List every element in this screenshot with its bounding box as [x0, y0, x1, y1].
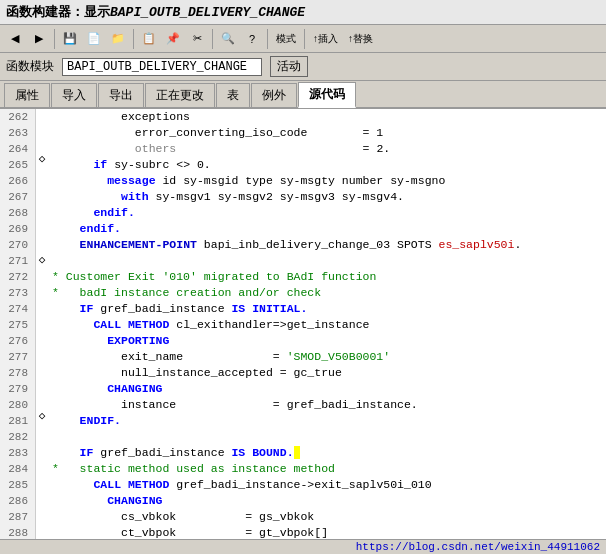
line-numbers: 262 263 264 265 266 267 268 269 270 271 …: [0, 109, 36, 551]
code-line-281: ENDIF.: [52, 413, 602, 429]
tabs-row: 属性 导入 导出 正在更改 表 例外 源代码: [0, 81, 606, 109]
separator-5: [304, 29, 305, 49]
code-line-286: CHANGING: [52, 493, 602, 509]
code-line-274: IF gref_badi_instance IS INITIAL.: [52, 301, 602, 317]
code-line-283: IF gref_badi_instance IS BOUND.: [52, 445, 602, 461]
code-line-265: if sy-subrc <> 0.: [52, 157, 602, 173]
code-line-280: instance = gref_badi_instance.: [52, 397, 602, 413]
module-label: 函数模块: [6, 58, 54, 75]
code-area[interactable]: 262 263 264 265 266 267 268 269 270 271 …: [0, 109, 606, 551]
save-button[interactable]: 💾: [59, 28, 81, 50]
tab-table[interactable]: 表: [216, 83, 250, 107]
code-line-268: endif.: [52, 205, 602, 221]
open-button[interactable]: 📁: [107, 28, 129, 50]
code-line-272: * Customer Exit '010' migrated to BAdI f…: [52, 269, 602, 285]
tab-source[interactable]: 源代码: [298, 82, 356, 108]
separator-1: [54, 29, 55, 49]
tab-exception[interactable]: 例外: [251, 83, 297, 107]
copy-button[interactable]: 📋: [138, 28, 160, 50]
code-line-269: endif.: [52, 221, 602, 237]
code-line-263: error_converting_iso_code = 1: [52, 125, 602, 141]
code-line-276: EXPORTING: [52, 333, 602, 349]
paste-button[interactable]: 📌: [162, 28, 184, 50]
code-line-278: null_instance_accepted = gc_true: [52, 365, 602, 381]
toolbar: ◀ ▶ 💾 📄 📁 📋 📌 ✂ 🔍 ? 模式 ↑插入 ↑替换: [0, 25, 606, 53]
replace-button[interactable]: ↑替换: [344, 28, 377, 50]
help-button[interactable]: ?: [241, 28, 263, 50]
code-content[interactable]: exceptions error_converting_iso_code = 1…: [48, 109, 606, 551]
title-bar: 函数构建器：显示 BAPI_OUTB_DELIVERY_CHANGE: [0, 0, 606, 25]
code-line-279: CHANGING: [52, 381, 602, 397]
new-button[interactable]: 📄: [83, 28, 105, 50]
code-line-282: [52, 429, 602, 445]
status-bar: https://blog.csdn.net/weixin_44911062: [0, 539, 606, 554]
tab-export[interactable]: 导出: [98, 83, 144, 107]
code-line-285: CALL METHOD gref_badi_instance->exit_sap…: [52, 477, 602, 493]
code-line-275: CALL METHOD cl_exithandler=>get_instance: [52, 317, 602, 333]
code-line-277: exit_name = 'SMOD_V50B0001': [52, 349, 602, 365]
code-line-287: cs_vbkok = gs_vbkok: [52, 509, 602, 525]
mode-button[interactable]: 模式: [272, 28, 300, 50]
tab-properties[interactable]: 属性: [4, 83, 50, 107]
code-line-270: ENHANCEMENT-POINT bapi_inb_delivery_chan…: [52, 237, 602, 253]
status-url: https://blog.csdn.net/weixin_44911062: [356, 541, 600, 553]
insert-button[interactable]: ↑插入: [309, 28, 342, 50]
separator-2: [133, 29, 134, 49]
title-prefix: 函数构建器：显示: [6, 3, 110, 21]
module-input[interactable]: [62, 58, 262, 76]
separator-3: [212, 29, 213, 49]
separator-4: [267, 29, 268, 49]
code-line-284: * static method used as instance method: [52, 461, 602, 477]
title-function: BAPI_OUTB_DELIVERY_CHANGE: [110, 5, 305, 20]
code-line-262: exceptions: [52, 109, 602, 125]
code-line-264: others = 2.: [52, 141, 602, 157]
tab-changing[interactable]: 正在更改: [145, 83, 215, 107]
active-badge: 活动: [270, 56, 308, 77]
cut-button[interactable]: ✂: [186, 28, 208, 50]
tab-import[interactable]: 导入: [51, 83, 97, 107]
forward-button[interactable]: ▶: [28, 28, 50, 50]
code-line-266: message id sy-msgid type sy-msgty number…: [52, 173, 602, 189]
marker-column: ◇ ◇ ◇: [36, 109, 48, 551]
code-line-271: [52, 253, 602, 269]
find-button[interactable]: 🔍: [217, 28, 239, 50]
module-row: 函数模块 活动: [0, 53, 606, 81]
back-button[interactable]: ◀: [4, 28, 26, 50]
code-line-267: with sy-msgv1 sy-msgv2 sy-msgv3 sy-msgv4…: [52, 189, 602, 205]
code-line-273: * badI instance creation and/or check: [52, 285, 602, 301]
